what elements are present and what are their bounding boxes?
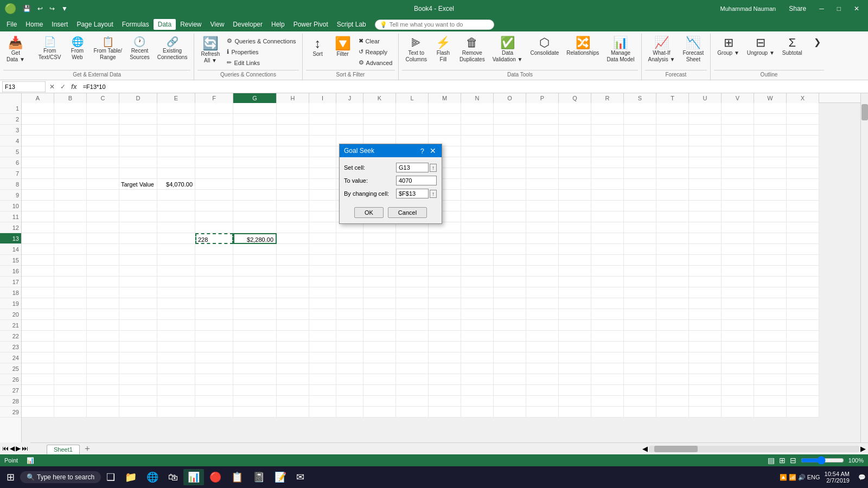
set-cell-label: Set cell: [344, 164, 393, 171]
by-changing-label: By changing cell: [344, 190, 393, 197]
dialog-footer: OK Cancel [340, 204, 442, 223]
set-cell-input[interactable] [396, 163, 429, 172]
by-changing-collapse-btn[interactable]: ↑ [430, 190, 437, 198]
dialog-help-btn[interactable]: ? [418, 146, 426, 155]
by-changing-input[interactable] [396, 189, 429, 198]
dialog-overlay: Goal Seek ? ✕ Set cell: ↑ To value: [0, 0, 868, 488]
to-value-input[interactable] [396, 176, 437, 185]
set-cell-input-wrap: ↑ [396, 163, 437, 172]
set-cell-collapse-btn[interactable]: ↑ [430, 164, 437, 172]
dialog-ok-btn[interactable]: OK [354, 207, 384, 218]
dialog-title-btns: ? ✕ [418, 146, 437, 155]
dialog-title: Goal Seek [344, 147, 374, 155]
dialog-close-btn[interactable]: ✕ [429, 146, 437, 155]
set-cell-row: Set cell: ↑ [344, 163, 437, 172]
to-value-input-wrap [396, 176, 437, 185]
dialog-titlebar: Goal Seek ? ✕ [340, 144, 442, 157]
to-value-label: To value: [344, 177, 393, 184]
by-changing-row: By changing cell: ↑ [344, 189, 437, 198]
dialog-cancel-btn[interactable]: Cancel [388, 207, 427, 218]
by-changing-input-wrap: ↑ [396, 189, 437, 198]
to-value-row: To value: [344, 176, 437, 185]
goal-seek-dialog: Goal Seek ? ✕ Set cell: ↑ To value: [339, 144, 442, 224]
dialog-body: Set cell: ↑ To value: By changing cell: [340, 157, 442, 204]
